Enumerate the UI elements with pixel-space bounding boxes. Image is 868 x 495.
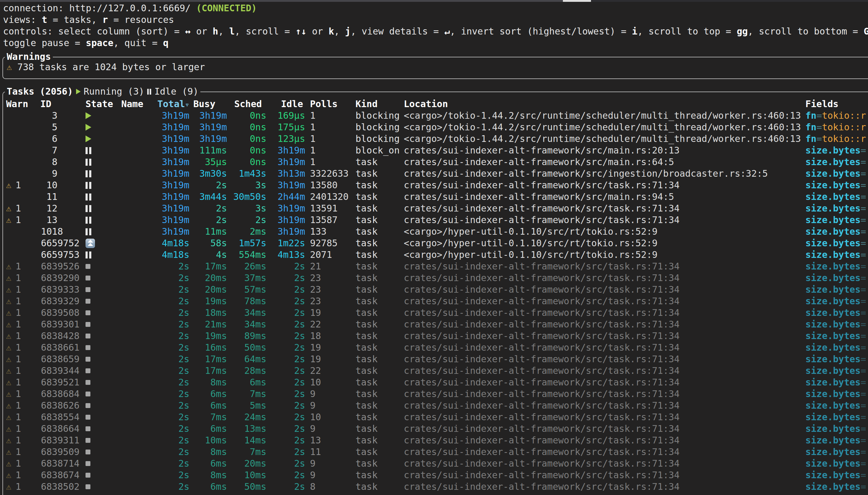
name-cell (121, 470, 147, 481)
busy-cell: 17ms (189, 261, 227, 272)
task-row[interactable]: ⚠168395082s18ms34ms2s19taskcrates/sui-in… (4, 307, 868, 319)
task-row[interactable]: 10183h19m11ms2ms3h19m133task<cargo>/hype… (4, 226, 868, 237)
task-row[interactable]: ⚠168386262s6ms5ms2s9taskcrates/sui-index… (4, 400, 868, 411)
task-row[interactable]: 53h19m3h19m0ns175µs1blocking<cargo>/toki… (4, 121, 868, 133)
task-row[interactable]: ⚠168393112s10ms14ms2s13taskcrates/sui-in… (4, 434, 868, 446)
total-cell: 2s (147, 411, 189, 423)
id-cell: 6838661 (40, 342, 85, 353)
text-segment: = resources (108, 14, 174, 25)
task-row[interactable]: 33h19m3h19m0ns169µs1blocking<cargo>/toki… (4, 110, 868, 121)
column-header-fields[interactable]: Fields (805, 98, 868, 110)
idle-cell: 2s (266, 470, 305, 481)
polls-cell: 2401320 (305, 191, 355, 203)
field-value: tokio::r (822, 110, 866, 121)
id-cell: 6659753 (40, 249, 85, 261)
task-table-body: 33h19m3h19m0ns169µs1blocking<cargo>/toki… (4, 110, 868, 493)
idle-cell: 2s (266, 377, 305, 388)
warning-icon: ⚠ (6, 180, 11, 191)
task-row[interactable]: ⚠1133h19m2s2s3h19m13587taskcrates/sui-in… (4, 214, 868, 226)
task-row[interactable]: ⚠1103h19m2s3s3h19m13580taskcrates/sui-in… (4, 180, 868, 191)
busy-duration: 19ms (205, 330, 227, 341)
idle-duration: 2s (294, 330, 305, 341)
total-cell: 2s (147, 400, 189, 411)
column-header-polls[interactable]: Polls (305, 98, 355, 110)
column-header-location[interactable]: Location (403, 98, 805, 110)
task-row[interactable]: ⚠168395262s17ms26ms2s21taskcrates/sui-in… (4, 261, 868, 272)
task-row[interactable]: ⚠168386592s17ms64ms2s19taskcrates/sui-in… (4, 353, 868, 365)
task-row[interactable]: ⚠168393442s17ms28ms2s22taskcrates/sui-in… (4, 365, 868, 377)
task-row[interactable]: ⚠168387142s6ms20ms2s9taskcrates/sui-inde… (4, 458, 868, 470)
running-count-label: Running (3) (84, 86, 145, 97)
field-equals: = (861, 249, 866, 260)
state-cell (85, 400, 121, 411)
task-row[interactable]: ⚠168395092s8ms7ms2s11taskcrates/sui-inde… (4, 446, 868, 458)
task-row[interactable]: ⚠1123h19m2s3s3h19m13591taskcrates/sui-in… (4, 203, 868, 214)
task-row[interactable]: 93h19m3m30s1m43s3h13m3322633taskcrates/s… (4, 168, 868, 180)
id-cell: 8 (40, 156, 85, 168)
sched-cell: 0ns (227, 156, 266, 168)
warning-icon: ⚠ (6, 272, 11, 284)
id-cell: 6 (40, 133, 85, 144)
id-cell: 6839344 (40, 365, 85, 377)
task-row[interactable]: 73h19m111ms0ns3h19m1block_oncrates/sui-i… (4, 144, 868, 156)
kind-cell: blocking (355, 121, 403, 133)
task-row[interactable]: ⚠168386642s6ms13ms2s9taskcrates/sui-inde… (4, 423, 868, 434)
task-row[interactable]: ⚠168392902s20ms37ms2s23taskcrates/sui-in… (4, 272, 868, 284)
total-duration: 3h19m (162, 203, 189, 214)
fields-cell: size.bytes= (805, 249, 868, 261)
column-header-name[interactable]: Name (121, 98, 147, 110)
total-duration: 2s (178, 330, 189, 341)
column-header-busy[interactable]: Busy (189, 98, 227, 110)
column-header-state[interactable]: State (85, 98, 121, 110)
task-row[interactable]: ⚠168393332s20ms57ms2s23taskcrates/sui-in… (4, 284, 868, 295)
task-row[interactable]: ⚠168393292s19ms78ms2s23taskcrates/sui-in… (4, 295, 868, 307)
sched-cell: 2s (227, 214, 266, 226)
id-cell: 6839508 (40, 307, 85, 319)
total-duration: 2s (178, 446, 189, 457)
warning-icon: ⚠ (6, 446, 11, 458)
task-row[interactable]: ⚠168386742s8ms10ms2s9taskcrates/sui-inde… (4, 470, 868, 481)
task-row[interactable]: 63h19m3h19m0ns123µs1blocking<cargo>/toki… (4, 133, 868, 144)
column-header-warn[interactable]: Warn (4, 98, 40, 110)
warn-cell: ⚠1 (4, 307, 40, 319)
task-row[interactable]: 83h19m35µs0ns3h19m1taskcrates/sui-indexe… (4, 156, 868, 168)
sched-cell: 89ms (227, 330, 266, 342)
state-cell (85, 168, 121, 180)
sched-cell: 14ms (227, 434, 266, 446)
warning-count: 1 (16, 272, 21, 284)
warn-cell: ⚠1 (4, 284, 40, 295)
column-header-idle[interactable]: Idle (266, 98, 305, 110)
task-id: 9 (41, 168, 57, 180)
sched-duration: 34ms (244, 307, 266, 318)
idle-cell: 2s (266, 446, 305, 458)
task-id: 3 (41, 110, 57, 121)
column-header-sched[interactable]: Sched (227, 98, 266, 110)
name-cell (121, 481, 147, 493)
sched-cell: 3s (227, 203, 266, 214)
completed-state-icon (85, 276, 90, 280)
column-header-id[interactable]: ID (40, 98, 85, 110)
task-row[interactable]: ⚠168385022s6ms50ms2s8taskcrates/sui-inde… (4, 481, 868, 493)
task-row[interactable]: ⚠168384282s19ms89ms2s18taskcrates/sui-in… (4, 330, 868, 342)
task-row[interactable]: ⚠168385542s7ms24ms2s10taskcrates/sui-ind… (4, 411, 868, 423)
sched-duration: 0ns (250, 110, 266, 121)
task-row[interactable]: ⚠168386612s16ms50ms2s19taskcrates/sui-in… (4, 342, 868, 353)
state-cell (85, 272, 121, 284)
busy-duration: 2s (216, 180, 227, 190)
task-row[interactable]: ⚠168395212s8ms6ms2s10taskcrates/sui-inde… (4, 377, 868, 388)
state-cell (85, 377, 121, 388)
task-row[interactable]: ⚠168386842s6ms7ms2s9taskcrates/sui-index… (4, 388, 868, 400)
task-row[interactable]: ⚠168393012s21ms34ms2s22taskcrates/sui-in… (4, 319, 868, 330)
task-row[interactable]: 66597534m18s4s554ms4m13s2071task<cargo>/… (4, 249, 868, 261)
column-header-total[interactable]: Total▿ (147, 98, 189, 110)
warning-icon: ⚠ (6, 481, 11, 493)
column-header-kind[interactable]: Kind (355, 98, 403, 110)
task-row[interactable]: 113h19m3m44s30m50s2h44m2401320taskcrates… (4, 191, 868, 203)
task-id: 7 (41, 144, 57, 156)
idle-cell: 2s (266, 319, 305, 330)
kind-cell: task (355, 388, 403, 400)
sched-duration: 78ms (244, 296, 266, 306)
warn-cell: ⚠1 (4, 411, 40, 423)
task-row[interactable]: 66597524m18s58s1m57s1m22s92785task<cargo… (4, 237, 868, 249)
task-id: 6838714 (41, 458, 79, 470)
